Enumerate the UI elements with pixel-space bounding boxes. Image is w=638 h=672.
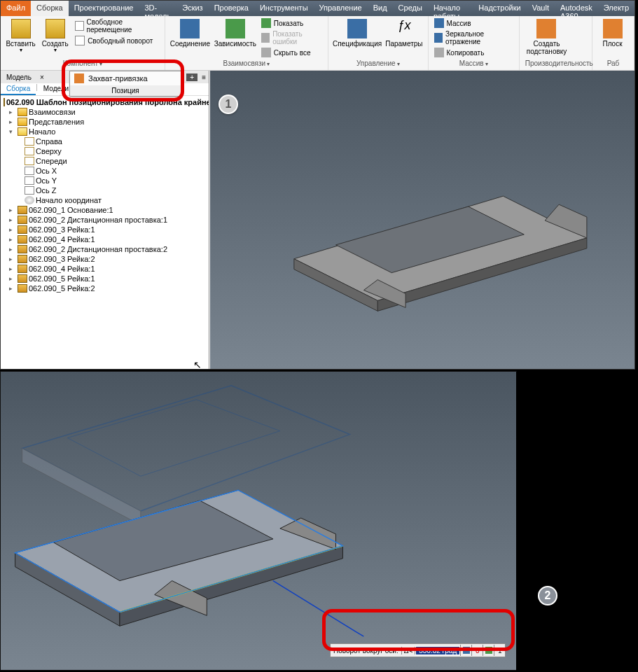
show-errors-button[interactable]: Показать ошибки	[260, 29, 324, 46]
tab-tools[interactable]: Инструменты	[254, 1, 314, 16]
tab-addins[interactable]: Надстройки	[473, 1, 526, 16]
show-button[interactable]: Показать	[260, 18, 305, 29]
expand-icon[interactable]: ▸	[9, 246, 16, 253]
tree-origin-point[interactable]: Начало координат	[4, 195, 206, 205]
constrain-button[interactable]: Зависимость	[214, 18, 257, 58]
axisz-label: Ось Z	[36, 186, 57, 195]
bom-button[interactable]: Спецификация	[333, 18, 382, 58]
panel-tab-add[interactable]: +	[186, 74, 197, 81]
tab-view[interactable]: Вид	[368, 1, 393, 16]
panel-tab-close[interactable]: ×	[37, 74, 47, 81]
tab-design[interactable]: Проектирование	[69, 1, 139, 16]
tree-front-plane[interactable]: Спереди	[4, 156, 206, 166]
expand-icon[interactable]: ▸	[9, 118, 16, 125]
tree-root[interactable]: 062.090 Шаблон позиционирования поролона…	[4, 97, 206, 107]
tab-3dmodel[interactable]: 3D-модель	[139, 1, 177, 16]
tree-right-plane[interactable]: Справа	[4, 136, 206, 146]
axis-icon	[25, 186, 34, 195]
joint-label: Соединение	[170, 40, 210, 48]
pattern-button[interactable]: Массив	[433, 18, 473, 29]
expand-icon[interactable]: ▸	[9, 265, 16, 272]
expand-icon[interactable]: ▸	[9, 285, 16, 292]
axis-toggle-button[interactable]	[460, 645, 471, 656]
copy-label: Копировать	[447, 49, 485, 57]
insert-button[interactable]: Вставить ▾	[5, 18, 36, 58]
constrain-icon	[226, 19, 245, 38]
subtab-assembly[interactable]: Сборка	[1, 83, 36, 95]
joint-icon	[180, 19, 200, 38]
ribbon: Вставить ▾ Создать ▾ Свободное перемещен…	[1, 16, 634, 71]
tab-start[interactable]: Начало работы	[428, 1, 473, 16]
tree-top-plane[interactable]: Сверху	[4, 146, 206, 156]
tree-axis-x[interactable]: Ось X	[4, 166, 206, 176]
bom-label: Спецификация	[333, 40, 382, 48]
viewport-3d[interactable]	[210, 71, 634, 369]
tree-origin[interactable]: ▾ Начало	[4, 127, 206, 136]
grab-snap-button[interactable]: Захват-привязка	[70, 71, 181, 85]
manage-group-label[interactable]: Управление▾	[333, 58, 424, 69]
tree-part[interactable]: ▸062.090_2 Дистанционная проставка:2	[4, 244, 206, 254]
plane-group-label: Раб	[597, 58, 630, 69]
model-tree[interactable]: 062.090 Шаблон позиционирования поролона…	[1, 96, 209, 295]
create-sub-label: Создать	[533, 40, 560, 48]
create-button[interactable]: Создать ▾	[39, 18, 71, 58]
tree-part[interactable]: ▸062.090_1 Основание:1	[4, 205, 206, 215]
expand-icon[interactable]: ▸	[9, 236, 16, 243]
expand-icon[interactable]: ▸	[9, 206, 16, 214]
tab-vault[interactable]: Vault	[527, 1, 555, 16]
params-button[interactable]: ƒx Параметры	[384, 18, 423, 58]
tree-axis-y[interactable]: Ось Y	[4, 176, 206, 186]
tree-relations[interactable]: ▸ Взаимосвязи	[4, 107, 206, 117]
tree-part[interactable]: ▸062.090_4 Рейка:1	[4, 264, 206, 274]
count-1: 1	[494, 645, 505, 656]
perf-group-label: Производительность	[524, 58, 588, 69]
component-group-label[interactable]: Компонент▾	[5, 58, 160, 69]
tree-part[interactable]: ▸062.090_2 Дистанционная проставка:1	[4, 215, 206, 225]
tree-part[interactable]: ▸062.090_3 Рейка:1	[4, 225, 206, 234]
tab-inspect[interactable]: Проверка	[209, 1, 254, 16]
mirror-button[interactable]: Зеркальное отражение	[433, 29, 515, 46]
free-move-button[interactable]: Свободное перемещение	[74, 18, 160, 34]
expand-icon[interactable]: ▸	[9, 275, 16, 282]
tree-part[interactable]: ▸062.090_5 Рейка:2	[4, 284, 206, 293]
expand-icon[interactable]: ▸	[9, 108, 16, 115]
joint-button[interactable]: Соединение	[169, 18, 211, 58]
tree-part[interactable]: ▸062.090_5 Рейка:1	[4, 274, 206, 284]
tree-part[interactable]: ▸062.090_4 Рейка:1	[4, 234, 206, 244]
tab-file[interactable]: Файл	[1, 1, 31, 16]
right-label: Справа	[36, 137, 62, 146]
pattern-group-label[interactable]: Массив▾	[433, 58, 515, 69]
panel-tab-model[interactable]: Модель	[1, 72, 37, 83]
part-icon	[18, 265, 27, 273]
rotation-value-input[interactable]: 336.02 град	[415, 646, 460, 655]
tab-electric[interactable]: Электр	[598, 1, 634, 16]
axis-icon	[25, 167, 34, 175]
tab-assembly[interactable]: Сборка	[31, 1, 69, 16]
svg-line-17	[273, 581, 363, 637]
tab-env[interactable]: Среды	[393, 1, 428, 16]
expand-icon[interactable]: ▸	[9, 226, 16, 233]
tab-sketch[interactable]: Эскиз	[176, 1, 208, 16]
snap-toggle-button[interactable]	[483, 645, 494, 656]
copy-button[interactable]: Копировать	[433, 47, 486, 58]
tab-manage[interactable]: Управление	[314, 1, 368, 16]
panel-tab-menu[interactable]: ≡	[199, 74, 209, 81]
relations-group-label[interactable]: Взаимосвязи▾	[169, 58, 324, 69]
tree-part[interactable]: ▸062.090_3 Рейка:2	[4, 254, 206, 264]
plane-button[interactable]: Плоск	[597, 18, 628, 58]
tree-representations[interactable]: ▸ Представления	[4, 117, 206, 127]
expand-icon[interactable]: ▸	[9, 216, 16, 223]
grab-snap-icon	[74, 74, 84, 83]
hide-all-button[interactable]: Скрыть все	[260, 47, 312, 58]
origin-icon	[25, 196, 34, 204]
create-sub-button[interactable]: Создать подстановку	[524, 18, 570, 58]
main-window: Файл Сборка Проектирование 3D-модель Эск…	[0, 0, 635, 370]
expand-icon[interactable]: ▸	[9, 255, 16, 262]
part-3d-icon	[210, 71, 634, 369]
tab-a360[interactable]: Autodesk A360	[555, 1, 598, 16]
tree-axis-z[interactable]: Ось Z	[4, 186, 206, 195]
free-rotate-button[interactable]: Свободный поворот	[74, 35, 154, 46]
mirror-label: Зеркальное отражение	[445, 30, 513, 46]
collapse-icon[interactable]: ▾	[9, 128, 16, 135]
secondary-viewport[interactable]: Поворот вокруг оси: Δ< 336.02 град 0 1	[0, 371, 517, 671]
